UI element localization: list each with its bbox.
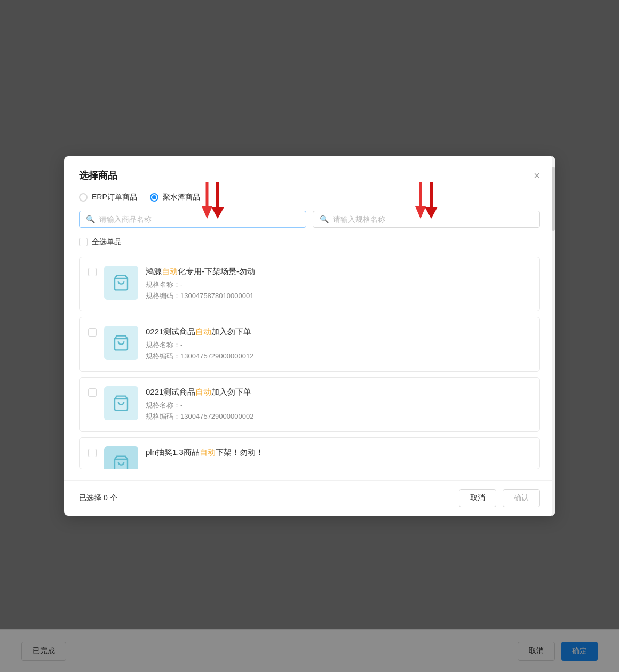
- footer-actions: 取消 确认: [459, 489, 540, 507]
- product-4-checkbox[interactable]: [88, 449, 97, 457]
- spec-search-input[interactable]: [333, 215, 533, 223]
- product-2-info: 0221测试商品自动加入勿下单 规格名称：- 规格编码：130047572900…: [146, 326, 531, 363]
- modal-footer: 已选择 0 个 取消 确认: [64, 480, 555, 516]
- product-search-box[interactable]: 🔍: [79, 211, 306, 228]
- product-3-info: 0221测试商品自动加入勿下单 规格名称：- 规格编码：130047572900…: [146, 386, 531, 423]
- selected-count-value: 0: [104, 493, 108, 502]
- spec-search-box[interactable]: 🔍: [313, 211, 540, 228]
- product-3-spec-name: 规格名称：-: [146, 401, 531, 410]
- shopping-bag-icon-4: [113, 455, 130, 469]
- product-3-spec-label: 规格名称：: [146, 401, 180, 409]
- product-card-3: 0221测试商品自动加入勿下单 规格名称：- 规格编码：130047572900…: [79, 377, 540, 432]
- shopping-bag-icon-3: [113, 395, 130, 412]
- product-1-name-prefix: 鸿源: [146, 267, 162, 276]
- search-area: 🔍 🔍: [79, 211, 540, 228]
- product-3-code-value: 1300475729000000002: [180, 412, 253, 420]
- shopping-bag-icon: [113, 274, 130, 291]
- radio-erp[interactable]: ERP订单商品: [79, 193, 137, 202]
- product-4-name: pln抽奖1.3商品自动下架！勿动！: [146, 446, 531, 458]
- modal-body: ERP订单商品 聚水潭商品 🔍 🔍: [64, 182, 555, 480]
- select-all-checkbox[interactable]: [79, 238, 88, 246]
- product-1-checkbox[interactable]: [88, 268, 97, 276]
- radio-jushuitang-circle[interactable]: [150, 193, 158, 202]
- product-3-spec-value: -: [180, 401, 182, 409]
- modal-title: 选择商品: [79, 169, 117, 182]
- product-2-spec-value: -: [180, 341, 182, 349]
- product-1-spec-name: 规格名称：-: [146, 280, 531, 290]
- product-3-checkbox[interactable]: [88, 388, 97, 397]
- product-2-name-prefix: 0221测试商品: [146, 327, 195, 336]
- scrollbar-thumb[interactable]: [552, 167, 555, 231]
- product-3-name: 0221测试商品自动加入勿下单: [146, 386, 531, 397]
- modal-header: 选择商品 ×: [64, 156, 555, 182]
- product-2-spec-label: 规格名称：: [146, 341, 180, 349]
- radio-jushuitang-label: 聚水潭商品: [163, 193, 200, 202]
- radio-group: ERP订单商品 聚水潭商品: [79, 193, 540, 202]
- product-2-name-suffix: 加入勿下单: [211, 327, 251, 336]
- product-3-name-prefix: 0221测试商品: [146, 387, 195, 396]
- shopping-bag-icon-2: [113, 334, 130, 351]
- product-2-highlight: 自动: [195, 327, 211, 336]
- product-1-name: 鸿源自动化专用-下架场景-勿动: [146, 266, 531, 277]
- radio-erp-label: ERP订单商品: [92, 193, 137, 202]
- select-all-row[interactable]: 全选单品: [79, 235, 540, 249]
- search-product-icon: 🔍: [86, 215, 95, 223]
- product-3-code-label: 规格编码：: [146, 412, 180, 420]
- close-icon[interactable]: ×: [534, 170, 540, 181]
- product-1-code-label: 规格编码：: [146, 292, 180, 300]
- product-1-info: 鸿源自动化专用-下架场景-勿动 规格名称：- 规格编码：130047587801…: [146, 266, 531, 302]
- product-4-info: pln抽奖1.3商品自动下架！勿动！: [146, 446, 531, 461]
- select-all-label: 全选单品: [92, 237, 122, 247]
- product-card-1: 鸿源自动化专用-下架场景-勿动 规格名称：- 规格编码：130047587801…: [79, 257, 540, 311]
- radio-erp-circle[interactable]: [79, 193, 88, 202]
- select-product-modal: 选择商品 × ERP订单商品 聚水潭商品 🔍: [64, 156, 555, 516]
- product-3-spec-code: 规格编码：1300475729000000002: [146, 412, 531, 421]
- product-1-code-value: 1300475878010000001: [180, 292, 253, 300]
- selected-count-unit: 个: [110, 493, 117, 502]
- product-3-name-suffix: 加入勿下单: [211, 387, 251, 396]
- product-2-code-label: 规格编码：: [146, 352, 180, 360]
- product-4-name-suffix: 下架！勿动！: [216, 447, 264, 457]
- product-list: 鸿源自动化专用-下架场景-勿动 规格名称：- 规格编码：130047587801…: [79, 257, 540, 469]
- product-1-name-suffix: 化专用-下架场景-勿动: [178, 267, 255, 276]
- product-2-name: 0221测试商品自动加入勿下单: [146, 326, 531, 337]
- product-3-highlight: 自动: [195, 387, 211, 396]
- product-1-spec-label: 规格名称：: [146, 281, 180, 289]
- product-2-code-value: 1300475729000000012: [180, 352, 253, 360]
- product-2-spec-name: 规格名称：-: [146, 340, 531, 350]
- search-row: 🔍 🔍: [79, 211, 540, 228]
- selected-count-label: 已选择: [79, 493, 101, 502]
- product-3-thumb: [104, 386, 138, 420]
- product-2-thumb: [104, 326, 138, 360]
- product-4-thumb: [104, 446, 138, 469]
- product-2-checkbox[interactable]: [88, 328, 97, 337]
- product-2-spec-code: 规格编码：1300475729000000012: [146, 351, 531, 361]
- product-card-4-partial: pln抽奖1.3商品自动下架！勿动！: [79, 437, 540, 469]
- modal-overlay: 选择商品 × ERP订单商品 聚水潭商品 🔍: [0, 0, 619, 672]
- product-card-2: 0221测试商品自动加入勿下单 规格名称：- 规格编码：130047572900…: [79, 317, 540, 372]
- product-1-highlight: 自动: [162, 267, 178, 276]
- modal-scrollbar[interactable]: [552, 156, 555, 516]
- product-1-spec-value: -: [180, 281, 182, 289]
- search-spec-icon: 🔍: [320, 215, 329, 223]
- product-1-thumb: [104, 266, 138, 300]
- product-1-spec-code: 规格编码：1300475878010000001: [146, 291, 531, 301]
- product-4-name-prefix: pln抽奖1.3商品: [146, 447, 200, 457]
- modal-cancel-button[interactable]: 取消: [459, 489, 496, 507]
- radio-jushuitang[interactable]: 聚水潭商品: [150, 193, 200, 202]
- product-search-input[interactable]: [99, 215, 299, 223]
- product-4-highlight: 自动: [200, 447, 216, 457]
- modal-confirm-button[interactable]: 确认: [503, 489, 540, 507]
- selected-count: 已选择 0 个: [79, 493, 117, 503]
